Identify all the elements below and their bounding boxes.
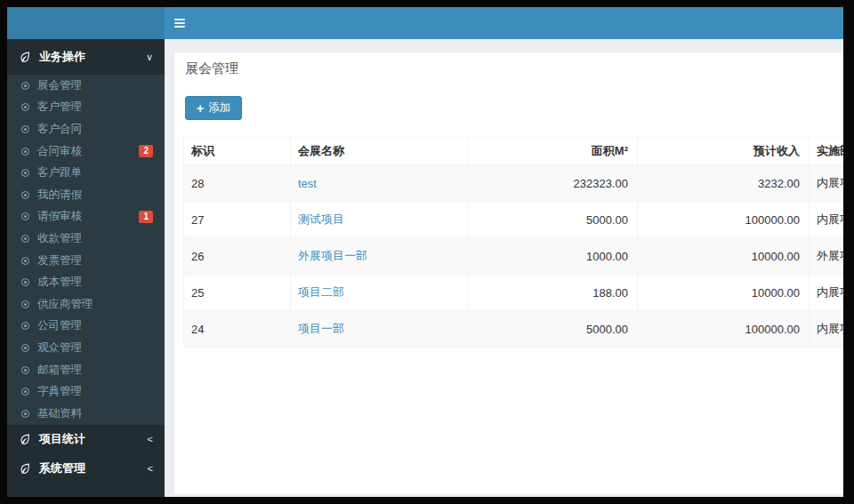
leaf-icon: [19, 51, 31, 63]
column-header-area: 面积M²: [469, 138, 638, 165]
sidebar-item[interactable]: 基础资料: [7, 403, 165, 425]
sidebar-section-business-ops[interactable]: 业务操作 ∨: [7, 39, 165, 75]
sidebar-section-label: 项目统计: [39, 431, 85, 447]
cell-name: 外展项目一部: [291, 238, 469, 275]
add-button[interactable]: + 添加: [185, 96, 242, 120]
sidebar-item[interactable]: 请假审核 1: [7, 206, 165, 228]
circle-icon: [21, 212, 29, 220]
cell-income: 100000.00: [638, 311, 810, 348]
sidebar: 业务操作 ∨ 展会管理 客户管理 客户合同 合同审核 2 客户跟单 我的请假 请…: [7, 39, 165, 497]
app-window: 业务操作 ∨ 展会管理 客户管理 客户合同 合同审核 2 客户跟单 我的请假 请…: [7, 7, 843, 497]
circle-icon: [21, 344, 29, 352]
cell-id: 24: [184, 311, 291, 348]
table-row: 28 test 232323.00 3232.00 内展项目: [184, 165, 844, 202]
cell-dept: 内展项目: [810, 311, 844, 348]
sidebar-item[interactable]: 客户跟单: [7, 162, 165, 184]
sidebar-item-label: 客户管理: [37, 100, 82, 115]
cell-income: 10000.00: [638, 275, 810, 311]
sidebar-item-label: 字典管理: [37, 384, 82, 399]
sidebar-item-label: 发票管理: [37, 253, 82, 268]
column-header-id: 标识: [184, 138, 291, 165]
column-header-dept: 实施部门: [810, 138, 844, 165]
sidebar-item[interactable]: 收款管理: [7, 228, 165, 250]
table-row: 24 项目一部 5000.00 100000.00 内展项目: [184, 311, 844, 348]
table-row: 25 项目二部 188.00 10000.00 内展项目: [184, 275, 844, 311]
sidebar-item[interactable]: 成本管理: [7, 271, 165, 293]
cell-id: 26: [184, 238, 291, 275]
cell-name: 项目二部: [291, 275, 469, 311]
table-row: 27 测试项目 5000.00 100000.00 内展项目: [184, 202, 844, 238]
exhibition-link[interactable]: 项目一部: [298, 322, 344, 335]
content-area: 展会管理 + 添加 标识 会展名称 面积M² 预计收入 实施部门: [165, 39, 843, 497]
leaf-icon: [19, 462, 31, 475]
sidebar-item[interactable]: 公司管理: [7, 316, 165, 338]
sidebar-section-label: 系统管理: [39, 460, 85, 476]
sidebar-item[interactable]: 我的请假: [7, 184, 165, 206]
column-header-income: 预计收入: [638, 138, 810, 165]
page-title: 展会管理: [185, 60, 843, 77]
sidebar-item-label: 合同审核: [37, 144, 82, 159]
add-button-label: 添加: [208, 100, 230, 116]
sidebar-section-label: 业务操作: [39, 49, 85, 65]
circle-icon: [21, 366, 29, 374]
circle-icon: [21, 388, 29, 396]
exhibitions-table: 标识 会展名称 面积M² 预计收入 实施部门 28 test 232323.00…: [183, 137, 843, 348]
sidebar-item-label: 请假审核: [37, 209, 82, 224]
sidebar-item-label: 邮箱管理: [37, 363, 82, 378]
exhibition-link[interactable]: 测试项目: [298, 212, 344, 226]
circle-icon: [21, 125, 29, 133]
topbar: [7, 7, 843, 39]
logo-area: [7, 7, 165, 39]
sidebar-item-label: 收款管理: [37, 231, 82, 246]
notification-badge: 2: [139, 145, 153, 157]
column-header-name: 会展名称: [291, 138, 469, 165]
sidebar-item[interactable]: 邮箱管理: [7, 359, 165, 381]
cell-id: 27: [184, 202, 291, 238]
sidebar-item-label: 供应商管理: [37, 297, 93, 312]
sidebar-item-label: 成本管理: [37, 275, 82, 290]
chevron-left-icon: <: [148, 434, 153, 444]
sidebar-item-label: 我的请假: [37, 188, 82, 203]
sidebar-item[interactable]: 发票管理: [7, 250, 165, 272]
cell-name: 测试项目: [291, 202, 469, 238]
sidebar-item[interactable]: 展会管理: [7, 75, 165, 97]
cell-area: 188.00: [469, 275, 638, 311]
sidebar-item[interactable]: 供应商管理: [7, 293, 165, 316]
plus-icon: +: [197, 102, 204, 115]
cell-name: 项目一部: [291, 311, 469, 348]
hamburger-icon[interactable]: [165, 7, 195, 39]
exhibition-link[interactable]: test: [298, 177, 317, 190]
cell-dept: 内展项目: [810, 165, 844, 202]
circle-icon: [21, 278, 29, 286]
cell-dept: 内展项目: [810, 202, 844, 238]
sidebar-item[interactable]: 客户合同: [7, 118, 165, 140]
circle-icon: [21, 235, 29, 243]
sidebar-item[interactable]: 字典管理: [7, 380, 165, 403]
table-row: 26 外展项目一部 1000.00 10000.00 外展项目: [184, 238, 844, 275]
chevron-left-icon: <: [148, 463, 153, 474]
exhibition-link[interactable]: 项目二部: [298, 285, 344, 299]
circle-icon: [21, 322, 29, 330]
cell-dept: 外展项目: [810, 238, 844, 275]
sidebar-section-system-mgmt[interactable]: 系统管理 <: [7, 454, 165, 484]
leaf-icon: [19, 433, 31, 445]
cell-dept: 内展项目: [810, 275, 844, 311]
cell-area: 1000.00: [469, 238, 638, 275]
circle-icon: [21, 148, 29, 156]
sidebar-section-project-stats[interactable]: 项目统计 <: [7, 425, 165, 454]
sidebar-item[interactable]: 合同审核 2: [7, 140, 165, 163]
circle-icon: [21, 169, 29, 177]
exhibition-link[interactable]: 外展项目一部: [298, 249, 367, 262]
sidebar-item-label: 基础资料: [37, 406, 82, 421]
sidebar-submenu: 展会管理 客户管理 客户合同 合同审核 2 客户跟单 我的请假 请假审核 1 收…: [7, 75, 165, 425]
sidebar-item[interactable]: 客户管理: [7, 97, 165, 119]
circle-icon: [21, 410, 29, 418]
circle-icon: [21, 257, 29, 265]
notification-badge: 1: [139, 211, 153, 223]
sidebar-item-label: 公司管理: [37, 318, 82, 333]
sidebar-item-label: 客户合同: [37, 122, 82, 137]
sidebar-item[interactable]: 观众管理: [7, 337, 165, 359]
content-panel: 展会管理 + 添加 标识 会展名称 面积M² 预计收入 实施部门: [173, 52, 843, 495]
table-body: 28 test 232323.00 3232.00 内展项目 27 测试项目 5…: [184, 165, 844, 348]
circle-icon: [21, 103, 29, 111]
